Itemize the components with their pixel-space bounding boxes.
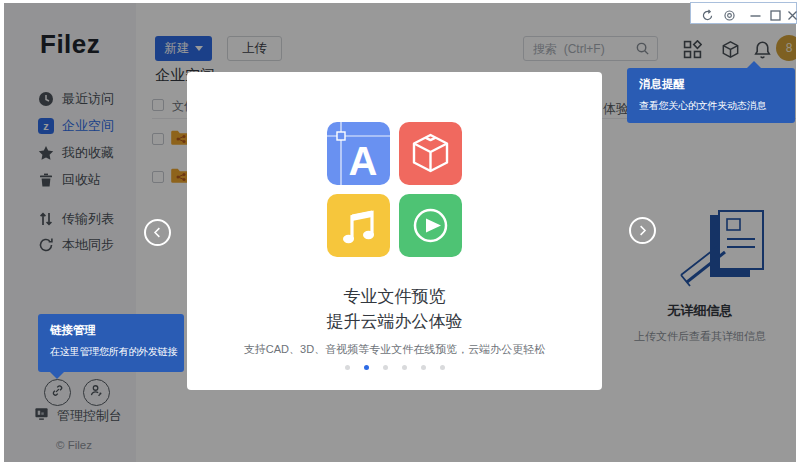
chevron-left-icon [150,225,165,240]
carousel-dot-active[interactable] [364,365,369,370]
close-icon[interactable] [786,8,799,21]
chevron-right-icon [635,223,650,238]
onboarding-modal: A 专业文件预览 [187,72,602,390]
carousel-dot[interactable] [383,365,388,370]
tooltip-arrow-down [50,372,64,379]
tooltip-body: 查看您关心的文件夹动态消息 [639,99,783,113]
minimize-icon[interactable] [749,8,762,21]
message-reminder-tooltip: 消息提醒 查看您关心的文件夹动态消息 [627,68,795,123]
carousel-dots [187,365,602,370]
carousel-next-button[interactable] [629,217,656,244]
cube-3d-icon [399,122,462,185]
carousel-dot[interactable] [345,365,350,370]
carousel-dot[interactable] [402,365,407,370]
modal-title-line2: 提升云端办公体验 [187,309,602,334]
tooltip-arrow-up [747,61,761,68]
maximize-icon[interactable] [769,8,782,21]
refresh-icon[interactable] [701,8,714,21]
carousel-dot[interactable] [421,365,426,370]
tooltip-title: 链接管理 [50,323,172,338]
modal-title-line1: 专业文件预览 [187,284,602,309]
window-controls [690,2,797,24]
app-window: Filez 最近访问 z 企业空间 我的收藏 回收站 传输列表 [0,0,800,466]
gear-icon[interactable] [723,8,736,21]
modal-subtitle: 支持CAD、3D、音视频等专业文件在线预览，云端办公更轻松 [187,342,602,357]
carousel-dot[interactable] [440,365,445,370]
link-manager-tooltip: 链接管理 在这里管理您所有的外发链接 [38,314,184,372]
tooltip-body: 在这里管理您所有的外发链接 [50,345,172,359]
video-play-icon [399,194,462,257]
carousel-prev-button[interactable] [144,219,171,246]
music-note-icon [327,194,390,257]
preview-icon-grid: A [327,122,462,257]
modal-title: 专业文件预览 提升云端办公体验 [187,284,602,334]
cad-preview-icon: A [327,122,390,185]
tooltip-title: 消息提醒 [639,77,783,92]
svg-text:A: A [349,139,378,183]
